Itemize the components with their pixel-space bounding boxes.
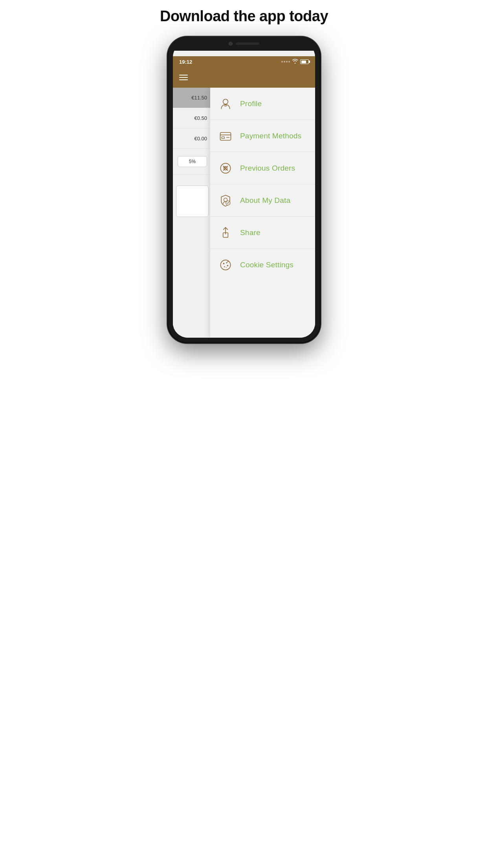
battery-fill <box>301 61 306 63</box>
hamburger-icon[interactable] <box>179 75 188 80</box>
profile-icon <box>218 96 233 111</box>
orders-label: Previous Orders <box>240 164 295 173</box>
signal-dot-1 <box>281 61 283 63</box>
status-bar: 19:12 <box>173 56 315 67</box>
menu-item-profile[interactable]: Profile <box>210 88 315 120</box>
app-header <box>173 67 315 88</box>
signal-dot-3 <box>286 61 288 63</box>
signal-dot-4 <box>288 61 290 63</box>
svg-point-14 <box>223 263 225 265</box>
svg-point-17 <box>224 266 225 267</box>
phone-screen: 19:12 <box>173 42 315 338</box>
phone-notch <box>167 37 321 51</box>
speaker <box>236 42 259 45</box>
left-panel-item: 5% <box>173 149 212 175</box>
status-icons <box>281 59 309 65</box>
svg-rect-1 <box>220 132 231 140</box>
data-icon <box>218 193 233 208</box>
signal-dots <box>281 61 290 63</box>
profile-label: Profile <box>240 99 262 108</box>
status-time: 19:12 <box>179 59 192 65</box>
data-label: About My Data <box>240 196 290 205</box>
drawer-menu: Profile Payment Methods <box>210 88 315 338</box>
signal-dot-2 <box>284 61 285 63</box>
orders-icon <box>218 161 233 176</box>
svg-point-13 <box>220 260 230 270</box>
battery-icon <box>300 59 309 64</box>
menu-item-payment[interactable]: Payment Methods <box>210 120 315 152</box>
share-icon <box>218 225 233 240</box>
menu-item-cookies[interactable]: Cookie Settings <box>210 249 315 281</box>
left-panel-item: €0.00 <box>173 129 212 149</box>
left-panel-item: €0.50 <box>173 108 212 129</box>
app-content: €11.50 €0.50 €0.00 5% <box>173 88 315 338</box>
cookie-label: Cookie Settings <box>240 261 294 269</box>
menu-item-share[interactable]: Share <box>210 217 315 249</box>
menu-item-data[interactable]: About My Data <box>210 184 315 217</box>
cookie-icon <box>218 257 233 272</box>
left-panel-item: €11.50 <box>173 88 212 108</box>
wifi-icon <box>292 59 298 65</box>
share-label: Share <box>240 228 261 237</box>
camera <box>229 42 233 46</box>
svg-point-18 <box>226 267 227 268</box>
payment-icon <box>218 129 233 143</box>
menu-item-orders[interactable]: Previous Orders <box>210 152 315 184</box>
phone-frame: 19:12 <box>167 37 321 343</box>
svg-rect-3 <box>222 136 224 138</box>
left-panel: €11.50 €0.50 €0.00 5% <box>173 88 212 338</box>
page-headline: Download the app today <box>160 8 328 25</box>
payment-label: Payment Methods <box>240 132 301 140</box>
svg-point-16 <box>227 265 229 267</box>
svg-point-0 <box>223 99 228 104</box>
